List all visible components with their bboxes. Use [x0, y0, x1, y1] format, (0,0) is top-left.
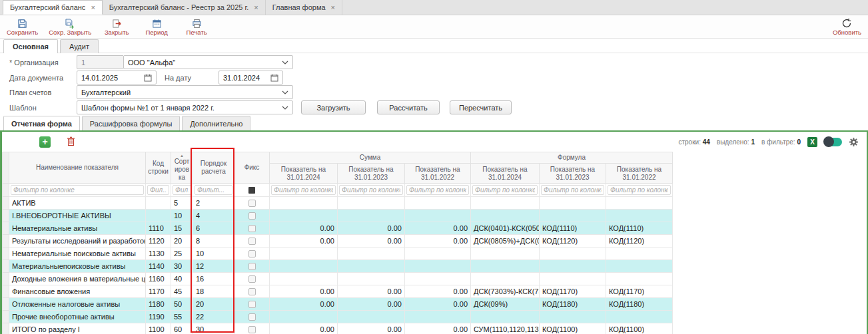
- cell-fix[interactable]: [234, 222, 270, 235]
- cell-f3[interactable]: КОД(1120): [606, 235, 673, 248]
- col-header-code[interactable]: Код строки: [146, 152, 171, 184]
- cell-f1[interactable]: [471, 197, 540, 210]
- table-row[interactable]: АКТИВ52: [3, 197, 673, 210]
- fix-checkbox[interactable]: [248, 326, 256, 333]
- cell-s3[interactable]: 0.00: [405, 222, 471, 235]
- cell-s1[interactable]: [270, 197, 338, 210]
- cell-f1[interactable]: [471, 273, 540, 285]
- delete-row-button[interactable]: [67, 136, 75, 148]
- cell-order[interactable]: 8: [193, 235, 234, 248]
- cell-f2[interactable]: КОД(1120): [540, 235, 606, 248]
- table-row[interactable]: Нематериальные поисковые активы11302510: [3, 248, 673, 260]
- cell-s3[interactable]: 0.00: [405, 298, 471, 311]
- table-row[interactable]: Результаты исследований и разработок1120…: [3, 235, 673, 248]
- cell-f3[interactable]: [606, 197, 673, 210]
- cell-sort[interactable]: 5: [171, 197, 193, 210]
- cell-f3[interactable]: [606, 311, 673, 323]
- cell-s1[interactable]: 0.00: [270, 298, 338, 311]
- cell-s1[interactable]: [270, 248, 338, 260]
- cell-s2[interactable]: 0.00: [338, 222, 405, 235]
- cell-f3[interactable]: КОД(1180): [606, 298, 673, 311]
- cell-code[interactable]: 1190: [146, 311, 171, 323]
- cell-order[interactable]: 16: [193, 273, 234, 285]
- fix-filter-checkbox[interactable]: [248, 187, 255, 194]
- cell-name[interactable]: Прочие внеоборотные активы: [9, 311, 146, 323]
- cell-code[interactable]: 1180: [146, 298, 171, 311]
- cell-f3[interactable]: КОД(1100): [606, 323, 673, 334]
- cell-sort[interactable]: 20: [171, 235, 193, 248]
- cell-f2[interactable]: [540, 311, 606, 323]
- cell-sort[interactable]: 15: [171, 222, 193, 235]
- save-button[interactable]: Сохранить: [7, 18, 38, 36]
- calculate-button[interactable]: Рассчитать: [377, 100, 440, 114]
- col-header-sort[interactable]: ▲ Сортировка: [171, 152, 193, 184]
- filter-input-code[interactable]: [147, 185, 169, 195]
- cell-fix[interactable]: [234, 197, 270, 210]
- cell-s3[interactable]: 0.00: [405, 285, 471, 298]
- chevron-down-icon[interactable]: [282, 90, 288, 94]
- cell-f3[interactable]: [606, 248, 673, 260]
- cell-name[interactable]: Финансовые вложения: [9, 285, 146, 298]
- fix-checkbox[interactable]: [248, 263, 256, 270]
- cell-order[interactable]: 6: [193, 222, 234, 235]
- cell-s2[interactable]: [338, 210, 405, 222]
- cell-s1[interactable]: 0.00: [270, 222, 338, 235]
- cell-fix[interactable]: [234, 273, 270, 285]
- refresh-button[interactable]: Обновить: [833, 18, 861, 36]
- cell-sort[interactable]: 60: [171, 323, 193, 334]
- cell-fix[interactable]: [234, 248, 270, 260]
- fix-checkbox[interactable]: [248, 288, 256, 295]
- table-row[interactable]: Доходные вложения в материальные ц..1160…: [3, 273, 673, 285]
- tab-additional[interactable]: Дополнительно: [182, 116, 250, 130]
- cell-f2[interactable]: КОД(1170): [540, 285, 606, 298]
- row-selector[interactable]: [3, 210, 9, 222]
- cell-f2[interactable]: [540, 273, 606, 285]
- cell-f3[interactable]: КОД(1110): [606, 222, 673, 235]
- cell-f1[interactable]: [471, 210, 540, 222]
- on-date-field[interactable]: 31.01.2024: [218, 71, 283, 84]
- cell-s1[interactable]: 0.00: [270, 285, 338, 298]
- cell-code[interactable]: [146, 197, 171, 210]
- calendar-icon[interactable]: [144, 74, 152, 82]
- cell-f2[interactable]: КОД(1110): [540, 222, 606, 235]
- cell-f1[interactable]: ДСК(09%): [471, 298, 540, 311]
- cell-f3[interactable]: [606, 260, 673, 273]
- cell-s3[interactable]: [405, 260, 471, 273]
- col-header-formula-2023[interactable]: Показатель на 31.01.2023: [540, 164, 606, 184]
- cell-fix[interactable]: [234, 298, 270, 311]
- cell-f1[interactable]: ДСК(0805%)+ДСК(08...: [471, 235, 540, 248]
- cell-fix[interactable]: [234, 260, 270, 273]
- row-selector[interactable]: [3, 323, 9, 334]
- table-row[interactable]: Прочие внеоборотные активы11905522: [3, 311, 673, 323]
- cell-s3[interactable]: 0.00: [405, 323, 471, 334]
- col-header-formula-2024[interactable]: Показатель на 31.01.2024: [471, 164, 540, 184]
- cell-f1[interactable]: СУМ(1110,1120,113...: [471, 323, 540, 334]
- cell-code[interactable]: 1110: [146, 222, 171, 235]
- chevron-down-icon[interactable]: [282, 61, 288, 65]
- cell-f2[interactable]: КОД(1180): [540, 298, 606, 311]
- cell-order[interactable]: 2: [193, 197, 234, 210]
- cell-fix[interactable]: [234, 311, 270, 323]
- cell-s2[interactable]: 0.00: [338, 298, 405, 311]
- recalculate-button[interactable]: Пересчитать: [450, 100, 512, 114]
- cell-s2[interactable]: 0.00: [338, 235, 405, 248]
- cell-s3[interactable]: [405, 197, 471, 210]
- cell-s1[interactable]: 0.00: [270, 235, 338, 248]
- cell-code[interactable]: 1160: [146, 273, 171, 285]
- col-header-sum-2023[interactable]: Показатель на 31.01.2023: [338, 164, 405, 184]
- cell-code[interactable]: 1170: [146, 285, 171, 298]
- tab-close-icon[interactable]: ×: [331, 3, 335, 11]
- cell-sort[interactable]: 40: [171, 273, 193, 285]
- cell-f1[interactable]: ДСК(0401)-КСК(0501): [471, 222, 540, 235]
- filter-input-formula-2023[interactable]: [541, 185, 604, 195]
- table-row[interactable]: Отложенные налоговые активы118050200.000…: [3, 298, 673, 311]
- cell-f1[interactable]: ДСК(7303%)-КСК(73...: [471, 285, 540, 298]
- cell-order[interactable]: 12: [193, 260, 234, 273]
- cell-s3[interactable]: [405, 273, 471, 285]
- cell-fix[interactable]: [234, 235, 270, 248]
- row-selector[interactable]: [3, 248, 9, 260]
- cell-code[interactable]: 1120: [146, 235, 171, 248]
- filter-input-sum-2023[interactable]: [339, 185, 403, 195]
- row-selector[interactable]: [3, 311, 9, 323]
- cell-s2[interactable]: 0.00: [338, 323, 405, 334]
